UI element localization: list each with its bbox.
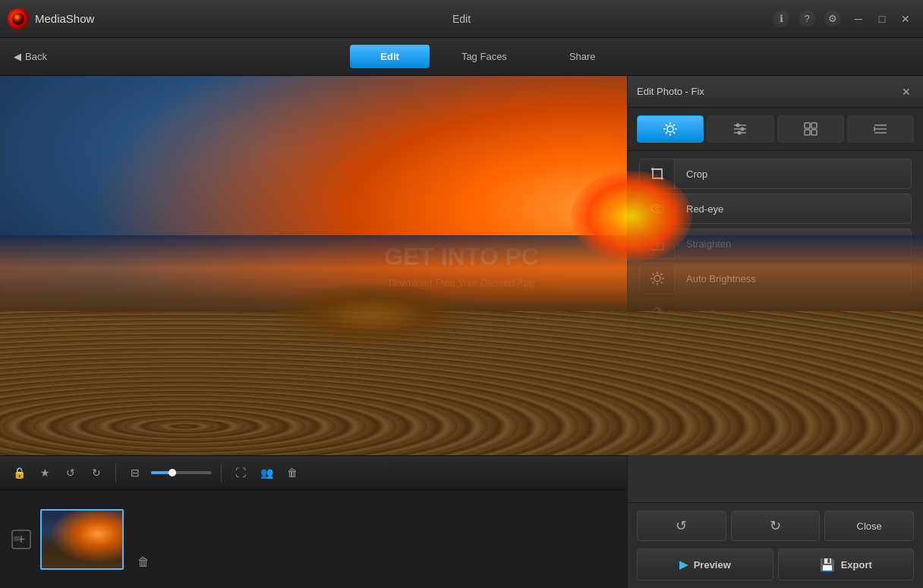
svg-rect-3 (14, 536, 20, 541)
close-button[interactable]: ✕ (896, 9, 915, 29)
export-label: Export (841, 559, 872, 571)
panel-tab-effects[interactable] (777, 115, 844, 143)
toolbar-divider-2 (221, 464, 222, 482)
tab-share[interactable]: Share (539, 45, 626, 68)
rotate-right-button[interactable]: ↻ (87, 463, 106, 483)
lock-button[interactable]: 🔒 (9, 463, 29, 483)
preview-export-bar: ▶ Preview 💾 Export (628, 549, 923, 588)
maximize-button[interactable]: □ (872, 9, 892, 29)
zoom-slider[interactable] (151, 471, 212, 474)
window-controls: ─ □ ✕ (849, 9, 915, 29)
info-icon[interactable]: ℹ (773, 11, 789, 27)
svg-line-12 (666, 132, 667, 134)
titlebar: MediaShow Edit ℹ ? ⚙ ─ □ ✕ (0, 0, 923, 38)
fit-view-button[interactable]: ⊟ (125, 463, 145, 483)
minimize-button[interactable]: ─ (849, 9, 868, 29)
rotate-left-button[interactable]: ↺ (61, 463, 80, 483)
filmstrip-delete-button[interactable]: 🗑 (130, 549, 156, 575)
svg-rect-19 (805, 123, 810, 128)
zoom-slider-container (151, 471, 212, 474)
svg-point-14 (736, 124, 740, 127)
toolbar-divider (115, 464, 116, 482)
people-tag-button[interactable]: 👥 (257, 463, 276, 483)
redo-button[interactable]: ↻ (731, 511, 821, 541)
fullscreen-button[interactable]: ⛶ (231, 463, 250, 483)
panel-actions: ↺ ↻ Close (628, 502, 923, 549)
nav-tabs: Edit Tag Faces Share (350, 45, 625, 68)
svg-point-0 (12, 13, 24, 25)
window-title: Edit (452, 13, 471, 25)
svg-rect-21 (805, 130, 810, 135)
crop-label: Crop (675, 168, 911, 180)
tab-tag-faces[interactable]: Tag Faces (431, 45, 537, 68)
back-button[interactable]: ◀ Back (8, 48, 53, 65)
back-arrow-icon: ◀ (14, 51, 21, 62)
add-photo-button[interactable]: + (8, 526, 34, 552)
main-content: GET INTO PC Download Free Your Desired A… (0, 76, 923, 588)
undo-button[interactable]: ↺ (637, 511, 726, 541)
svg-point-16 (741, 127, 745, 131)
svg-line-9 (666, 124, 667, 126)
panel-title: Edit Photo - Fix (637, 86, 704, 97)
svg-rect-22 (811, 130, 817, 135)
close-edit-button[interactable]: Close (824, 511, 914, 541)
panel-tab-settings[interactable] (847, 115, 914, 143)
app-name: MediaShow (35, 12, 773, 25)
app-logo (8, 8, 29, 30)
play-icon: ▶ (679, 558, 688, 571)
panel-tab-fix[interactable] (637, 115, 704, 143)
preview-button[interactable]: ▶ Preview (637, 549, 773, 580)
export-button[interactable]: 💾 Export (778, 549, 915, 580)
crop-button[interactable]: Crop (639, 159, 912, 189)
panel-tab-adjust[interactable] (707, 115, 773, 143)
preview-label: Preview (694, 559, 731, 571)
panel-close-button[interactable]: ✕ (899, 84, 914, 99)
titlebar-icons: ℹ ? ⚙ (773, 11, 841, 27)
settings-icon[interactable]: ⚙ (824, 11, 841, 27)
svg-line-10 (673, 132, 675, 134)
back-label: Back (25, 51, 47, 62)
delete-photo-button[interactable]: 🗑 (282, 463, 302, 483)
red-eye-label: Red-eye (675, 203, 911, 215)
tab-edit[interactable]: Edit (350, 45, 430, 68)
star-button[interactable]: ★ (35, 463, 55, 483)
svg-point-4 (667, 126, 673, 132)
svg-line-11 (673, 124, 675, 126)
panel-tabs (628, 108, 923, 151)
panel-header: Edit Photo - Fix ✕ (628, 76, 923, 108)
navbar: ◀ Back Edit Tag Faces Share (0, 38, 923, 76)
svg-point-18 (738, 131, 742, 135)
filmstrip-thumb-1[interactable] (40, 509, 124, 570)
help-icon[interactable]: ? (799, 11, 815, 27)
save-icon: 💾 (820, 558, 835, 572)
svg-rect-20 (811, 123, 817, 128)
